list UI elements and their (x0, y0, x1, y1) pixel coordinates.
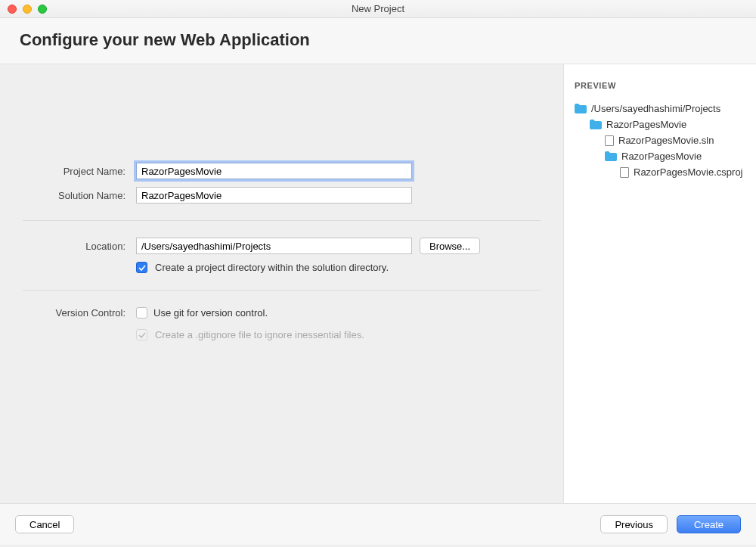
tree-file: RazorPagesMovie.sln (605, 132, 745, 148)
preview-panel: PREVIEW /Users/sayedhashimi/Projects Raz… (563, 64, 756, 503)
solution-name-input[interactable] (136, 187, 412, 204)
location-input[interactable] (136, 238, 412, 254)
tree-label: RazorPagesMovie (621, 151, 702, 162)
divider (23, 290, 541, 291)
tree-label: RazorPagesMovie.csproj (634, 166, 743, 178)
minimize-icon[interactable] (23, 5, 32, 14)
use-git-checkbox[interactable] (136, 307, 147, 319)
titlebar: New Project (0, 0, 756, 18)
folder-icon (605, 151, 617, 161)
tree-label: RazorPagesMovie (606, 119, 686, 130)
file-icon (620, 167, 629, 178)
gitignore-checkbox (136, 329, 147, 340)
location-label: Location: (23, 241, 136, 252)
tree-folder: RazorPagesMovie (590, 117, 745, 132)
check-icon (138, 331, 146, 339)
preview-tree: /Users/sayedhashimi/Projects RazorPagesM… (575, 101, 745, 180)
footer: Cancel Previous Create (0, 503, 756, 545)
previous-button[interactable]: Previous (600, 515, 668, 533)
divider (23, 220, 541, 221)
close-icon[interactable] (8, 5, 17, 14)
tree-file: RazorPagesMovie.csproj (620, 164, 745, 180)
tree-label: /Users/sayedhashimi/Projects (591, 103, 720, 114)
project-name-input[interactable] (136, 163, 412, 179)
window-title: New Project (0, 3, 756, 14)
create-dir-checkbox[interactable] (136, 262, 147, 273)
check-icon (138, 264, 146, 272)
file-icon (605, 135, 614, 146)
form-area: Project Name: Solution Name: Location: B… (0, 64, 563, 503)
folder-icon (575, 104, 587, 113)
use-git-label: Use git for version control. (153, 307, 268, 319)
cancel-button[interactable]: Cancel (15, 515, 74, 533)
preview-title: PREVIEW (575, 81, 745, 90)
gitignore-label: Create a .gitignore file to ignore iness… (155, 329, 364, 340)
version-control-label: Version Control: (23, 307, 136, 319)
header: Configure your new Web Application (0, 18, 756, 64)
create-dir-label: Create a project directory within the so… (155, 262, 389, 273)
tree-label: RazorPagesMovie.sln (618, 135, 714, 146)
tree-folder: RazorPagesMovie (605, 148, 745, 164)
project-name-label: Project Name: (23, 166, 136, 177)
tree-folder: /Users/sayedhashimi/Projects (575, 101, 745, 117)
folder-icon (590, 120, 602, 129)
page-title: Configure your new Web Application (20, 30, 736, 50)
traffic-lights (8, 5, 47, 14)
create-button[interactable]: Create (677, 515, 741, 533)
browse-button[interactable]: Browse... (420, 238, 480, 254)
maximize-icon[interactable] (38, 5, 47, 14)
solution-name-label: Solution Name: (23, 190, 136, 201)
